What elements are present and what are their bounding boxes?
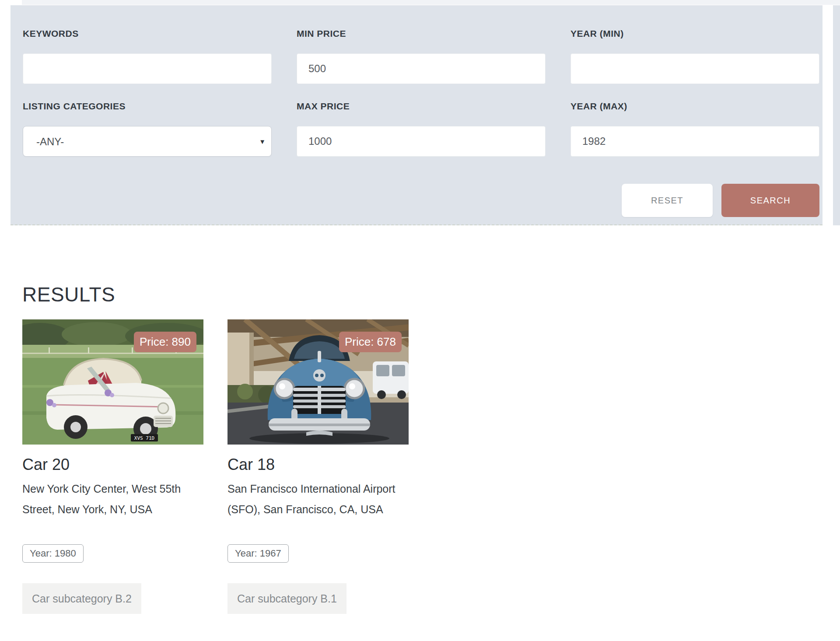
max-price-input[interactable] <box>297 126 546 157</box>
year-max-input[interactable] <box>570 126 819 157</box>
keywords-label: KEYWORDS <box>23 27 272 40</box>
price-badge: Price: 890 <box>134 332 196 352</box>
listing-categories-select-wrap: -ANY- ▼ <box>23 126 272 157</box>
listing-location: San Francisco International Airport (SFO… <box>228 479 408 520</box>
year-min-input[interactable] <box>570 53 819 84</box>
svg-text:XVS 71D: XVS 71D <box>134 435 154 441</box>
field-keywords: KEYWORDS <box>23 27 272 84</box>
year-badge: Year: 1980 <box>22 544 84 563</box>
category-tag[interactable]: Car subcategory B.1 <box>228 583 346 614</box>
price-badge: Price: 678 <box>339 332 402 352</box>
listing-categories-select[interactable]: -ANY- <box>23 126 272 157</box>
listing-title[interactable]: Car 18 <box>228 455 409 474</box>
listing-photo-car-20[interactable]: XVS 71D Price: 890 <box>22 319 203 445</box>
listing-title[interactable]: Car 20 <box>22 455 203 474</box>
min-price-label: MIN PRICE <box>297 27 546 40</box>
year-min-label: YEAR (MIN) <box>570 27 819 40</box>
field-min-price: MIN PRICE <box>297 27 546 84</box>
reset-button[interactable]: RESET <box>622 184 713 217</box>
min-price-input[interactable] <box>297 53 546 84</box>
search-button[interactable]: SEARCH <box>721 184 819 217</box>
max-price-label: MAX PRICE <box>297 100 546 113</box>
panel-right-fragment <box>833 5 840 225</box>
field-year-min: YEAR (MIN) <box>570 27 819 84</box>
results-section: RESULTS <box>22 280 823 614</box>
listing-card: Price: 678 Car 18 San Francisco Internat… <box>228 319 409 614</box>
results-cards: XVS 71D Price: 890 Car 20 New York City … <box>22 319 823 614</box>
listing-photo-car-18[interactable]: Price: 678 <box>228 319 409 445</box>
field-listing-categories: LISTING CATEGORIES -ANY- ▼ <box>23 100 272 157</box>
listing-categories-label: LISTING CATEGORIES <box>23 100 272 113</box>
filter-buttons-row: RESET SEARCH <box>23 184 819 217</box>
filter-grid: KEYWORDS MIN PRICE YEAR (MIN) LISTING CA… <box>10 5 822 217</box>
field-year-max: YEAR (MAX) <box>570 100 819 157</box>
year-max-label: YEAR (MAX) <box>570 100 819 113</box>
search-filter-panel: KEYWORDS MIN PRICE YEAR (MIN) LISTING CA… <box>10 5 822 225</box>
category-tag[interactable]: Car subcategory B.2 <box>22 583 141 614</box>
listing-card: XVS 71D Price: 890 Car 20 New York City … <box>22 319 203 614</box>
page-top-strip <box>22 0 840 5</box>
year-badge: Year: 1967 <box>228 544 289 563</box>
field-max-price: MAX PRICE <box>297 100 546 157</box>
results-heading: RESULTS <box>22 280 823 309</box>
listing-location: New York City Center, West 55th Street, … <box>22 479 203 520</box>
keywords-input[interactable] <box>23 53 272 84</box>
